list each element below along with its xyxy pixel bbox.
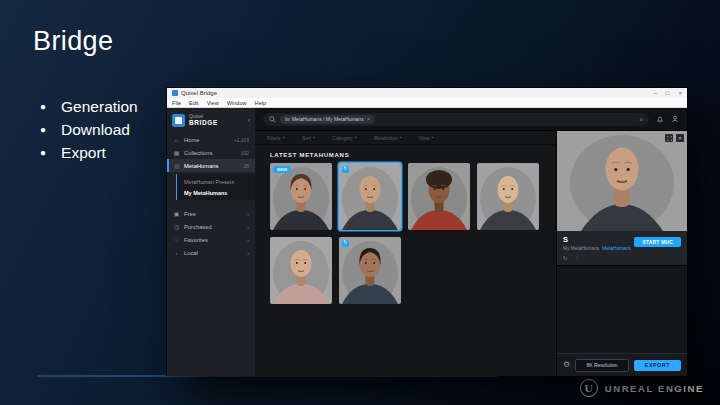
sidebar-item-label: Favorites — [184, 237, 208, 243]
chevron-right-icon: › — [247, 224, 249, 230]
sidebar-item-local[interactable]: ↓Local› — [167, 246, 255, 259]
chevron-down-icon: ▾ — [283, 135, 285, 140]
sidebar-item-favorites[interactable]: ♡Favorites› — [167, 233, 255, 246]
bullet-item: ●Generation — [40, 96, 138, 118]
chevron-right-icon: › — [247, 250, 249, 256]
search-input[interactable]: In: MetaHumans / My MetaHumans × × — [263, 113, 649, 126]
bullet-label: Generation — [61, 98, 138, 116]
metahuman-tile-1[interactable]: NEW — [270, 163, 332, 230]
sidebar-item-count: +1,119 — [234, 137, 249, 143]
slide-bullet-list: ●Generation●Download●Export — [40, 96, 138, 164]
filter-label: Filters — [267, 135, 281, 141]
start-mhc-button[interactable]: START MHC — [634, 237, 681, 247]
home-icon: ⌂ — [173, 137, 180, 143]
sidebar-item-label: Local — [184, 250, 198, 256]
cloud-sync-icon: ↻ — [342, 240, 349, 247]
filter-label: View — [419, 135, 430, 141]
search-icon — [269, 116, 276, 123]
filter-bar: Filters▾Sort▾Category▾Resolution▾View▾ — [255, 131, 556, 145]
bullet-item: ●Download — [40, 119, 138, 141]
sidebar-collapse-icon[interactable]: ‹ — [248, 117, 250, 124]
unreal-engine-logo: U UNREAL ENGINE — [580, 379, 704, 397]
sidebar-item-free[interactable]: ▣Free› — [167, 207, 255, 220]
sidebar-item-count: 192 — [241, 150, 249, 156]
menu-view[interactable]: View — [207, 100, 219, 106]
chevron-down-icon: ▾ — [432, 135, 434, 140]
unreal-engine-wordmark: UNREAL ENGINE — [605, 383, 704, 394]
filter-dropdown-resolution[interactable]: Resolution▾ — [374, 135, 402, 141]
detail-info: S My MetaHumans MetaHumans ↻⋮ START MHC — [557, 231, 687, 265]
top-search-bar: In: MetaHumans / My MetaHumans × × — [255, 108, 687, 131]
menu-file[interactable]: File — [172, 100, 181, 106]
sidebar-item-purchased[interactable]: ◷Purchased› — [167, 220, 255, 233]
chevron-down-icon: ▾ — [313, 135, 315, 140]
metahumans-submenu: MetaHuman PresetsMy MetaHumans — [176, 174, 255, 200]
bullet-item: ●Export — [40, 142, 138, 164]
expand-preview-icon[interactable] — [665, 134, 673, 142]
chevron-right-icon: › — [247, 237, 249, 243]
chevron-down-icon: ▾ — [400, 135, 402, 140]
export-footer: ⚙ 8K Resolution EXPORT — [557, 353, 687, 376]
detail-panel-body — [557, 265, 687, 353]
favorites-icon: ♡ — [173, 236, 180, 243]
search-clear-icon[interactable]: × — [639, 116, 643, 123]
logo-text-bridge: BRIDGE — [189, 120, 218, 127]
export-button[interactable]: EXPORT — [634, 360, 681, 371]
user-profile-icon[interactable] — [670, 115, 679, 124]
close-preview-icon[interactable]: × — [676, 134, 684, 142]
sidebar-item-collections[interactable]: ▦Collections192 — [167, 146, 255, 159]
filter-dropdown-category[interactable]: Category▾ — [332, 135, 357, 141]
slide-title: Bridge — [33, 26, 113, 57]
minimize-button[interactable]: – — [654, 88, 657, 98]
sidebar-logo-row: Quixel BRIDGE ‹ — [167, 108, 255, 133]
sidebar-item-label: Home — [184, 137, 199, 143]
metahumans-icon: ◎ — [173, 162, 180, 169]
menu-help[interactable]: Help — [255, 100, 267, 106]
filter-dropdown-sort[interactable]: Sort▾ — [302, 135, 315, 141]
chevron-right-icon: › — [247, 211, 249, 217]
export-settings-gear-icon[interactable]: ⚙ — [563, 361, 570, 369]
cloud-sync-icon: ↻ — [342, 166, 349, 173]
menu-bar: FileEditViewWindowHelp — [167, 98, 687, 108]
close-button[interactable]: × — [678, 88, 682, 98]
sidebar-item-label: Collections — [184, 150, 212, 156]
search-chip-label: In: MetaHumans / My MetaHumans — [285, 116, 364, 122]
filter-dropdown-filters[interactable]: Filters▾ — [267, 135, 285, 141]
local-icon: ↓ — [173, 250, 180, 256]
metahuman-tile-4[interactable] — [477, 163, 539, 230]
metahuman-tile-2[interactable]: ↻ — [339, 163, 401, 230]
chip-remove-icon[interactable]: × — [367, 116, 370, 122]
sidebar: Quixel BRIDGE ‹ ⌂Home+1,119▦Collections1… — [167, 108, 255, 376]
maximize-button[interactable]: □ — [666, 88, 670, 98]
resolution-dropdown[interactable]: 8K Resolution — [575, 359, 629, 372]
refresh-icon[interactable]: ↻ — [563, 255, 568, 261]
collections-icon: ▦ — [173, 149, 180, 156]
bullet-dot-icon: ● — [40, 119, 46, 141]
metahuman-category-link[interactable]: MetaHumans — [602, 246, 631, 251]
notifications-bell-icon[interactable] — [655, 115, 664, 124]
sidebar-item-metahumans[interactable]: ◎MetaHumans28 — [167, 159, 255, 172]
sidebar-subitem-metahuman-presets[interactable]: MetaHuman Presets — [177, 176, 255, 187]
bullet-dot-icon: ● — [40, 142, 46, 164]
metahuman-tile-3[interactable] — [408, 163, 470, 230]
detail-panel: × S My MetaHumans MetaHumans ↻⋮ START MH… — [556, 131, 687, 376]
filter-label: Resolution — [374, 135, 398, 141]
menu-edit[interactable]: Edit — [189, 100, 199, 106]
metahuman-category: My MetaHumans — [563, 246, 599, 251]
detail-actions: ↻⋮ — [563, 255, 681, 261]
sidebar-item-label: Free — [184, 211, 196, 217]
metahuman-tile-5[interactable] — [270, 237, 332, 304]
filter-label: Category — [332, 135, 352, 141]
more-options-icon[interactable]: ⋮ — [575, 255, 581, 261]
purchased-icon: ◷ — [173, 223, 180, 230]
metahuman-preview[interactable]: × — [557, 131, 687, 231]
quixel-logo-icon — [172, 114, 185, 127]
metahuman-tile-6[interactable]: ↻ — [339, 237, 401, 304]
filter-dropdown-view[interactable]: View▾ — [419, 135, 434, 141]
sidebar-subitem-my-metahumans[interactable]: My MetaHumans — [177, 187, 255, 198]
sidebar-item-home[interactable]: ⌂Home+1,119 — [167, 133, 255, 146]
search-scope-chip[interactable]: In: MetaHumans / My MetaHumans × — [280, 115, 375, 124]
window-titlebar[interactable]: Quixel Bridge – □ × — [167, 88, 687, 98]
bullet-label: Download — [61, 121, 130, 139]
menu-window[interactable]: Window — [227, 100, 247, 106]
